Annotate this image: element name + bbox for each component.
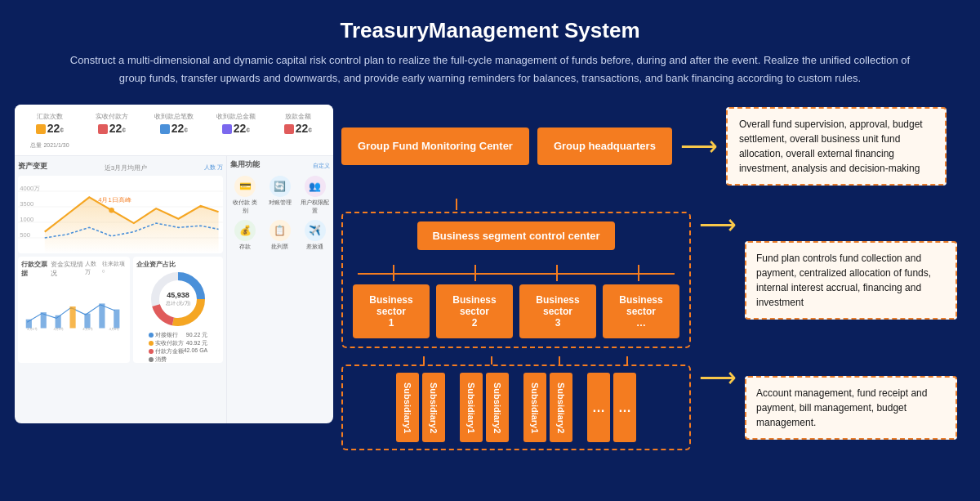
group-headquarters-box: Group headquarters bbox=[537, 127, 672, 165]
sector-box-1: Business sector1 bbox=[353, 284, 430, 338]
sub-box-2-1: Subsidiary1 bbox=[460, 373, 483, 442]
subs-container: Subsidiary1 Subsidiary2 Subsidiary1 Subs… bbox=[341, 365, 691, 450]
description: Construct a multi-dimensional and dynami… bbox=[0, 51, 980, 101]
page-title: TreasuryManagement System bbox=[0, 0, 980, 51]
svg-marker-8 bbox=[45, 198, 219, 254]
arrow-to-desc3: ⟶ bbox=[699, 365, 737, 391]
sector-box-3: Business sector3 bbox=[519, 284, 596, 338]
sub-box-2-2: Subsidiary2 bbox=[486, 373, 509, 442]
stat-5: 放款金额 22¢ bbox=[270, 110, 327, 152]
stat-1: 汇款次数 22¢ 总量 2021/1/30 bbox=[21, 110, 78, 152]
mid-desc-box: Fund plan controls fund collection and p… bbox=[745, 241, 957, 320]
svg-text:4月3号: 4月3号 bbox=[53, 327, 64, 331]
sub-box-1-2: Subsidiary2 bbox=[422, 373, 445, 442]
svg-rect-14 bbox=[69, 306, 75, 329]
svg-text:4000万: 4000万 bbox=[20, 185, 40, 192]
svg-text:45,938: 45,938 bbox=[167, 291, 189, 299]
svg-rect-17 bbox=[114, 310, 119, 329]
top-desc-box: Overall fund supervision, approval, budg… bbox=[726, 107, 947, 186]
diagram-panel: Group Fund Monitoring Center Group headq… bbox=[333, 101, 965, 452]
stat-2: 实收付款方 22¢ bbox=[83, 110, 140, 152]
stat-3: 收到款总笔数 22¢ bbox=[145, 110, 203, 152]
svg-text:1000: 1000 bbox=[20, 216, 33, 223]
stat-4: 收到款总金额 22¢ bbox=[207, 110, 265, 152]
arrow-to-desc1: ⟶ bbox=[680, 133, 718, 159]
svg-rect-16 bbox=[99, 304, 105, 329]
sector-box-2: Business sector2 bbox=[436, 284, 513, 338]
sub-box-1-1: Subsidiary1 bbox=[396, 373, 419, 442]
sub-box-3-1: Subsidiary1 bbox=[523, 373, 546, 442]
svg-text:500: 500 bbox=[20, 231, 30, 239]
sub-box-3-2: Subsidiary2 bbox=[550, 373, 572, 442]
svg-rect-12 bbox=[41, 312, 47, 328]
svg-text:4月1日高峰: 4月1日高峰 bbox=[98, 196, 131, 204]
svg-text:4月8号: 4月8号 bbox=[109, 327, 120, 331]
svg-text:总计 (元/万): 总计 (元/万) bbox=[165, 301, 191, 306]
svg-text:4月5号: 4月5号 bbox=[82, 327, 93, 331]
svg-point-9 bbox=[109, 208, 114, 212]
dashboard-panel: 汇款次数 22¢ 总量 2021/1/30 实收付款方 22¢ 收到款总笔数 2… bbox=[15, 105, 333, 423]
dashed-outer-mid: Business segment control center bbox=[341, 212, 691, 348]
sub-dots-2: … bbox=[613, 373, 636, 442]
svg-text:4月1号: 4月1号 bbox=[27, 327, 38, 331]
sector-box-dots: Business sector… bbox=[603, 284, 679, 338]
svg-rect-15 bbox=[84, 314, 90, 329]
sub-dots-1: … bbox=[587, 373, 610, 442]
bottom-desc-box: Account management, fund receipt and pay… bbox=[745, 376, 957, 440]
arrow-to-desc2: ⟶ bbox=[699, 212, 737, 238]
segment-control-center: Business segment control center bbox=[417, 221, 614, 250]
svg-text:3500: 3500 bbox=[20, 200, 33, 208]
group-fund-monitoring-box: Group Fund Monitoring Center bbox=[341, 127, 529, 165]
